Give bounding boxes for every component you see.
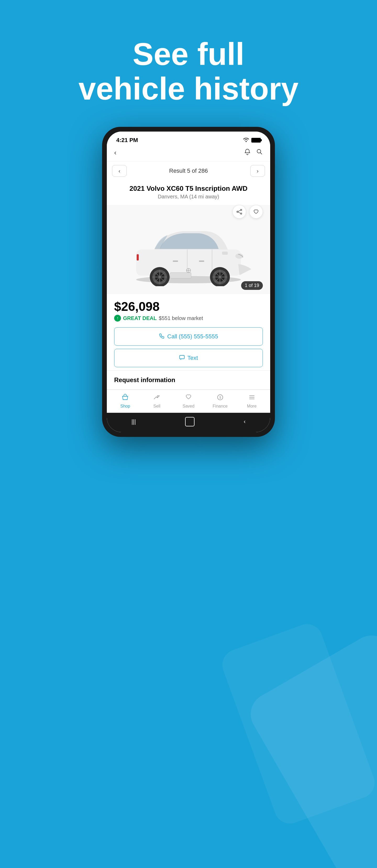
favorite-button[interactable] [249,205,263,219]
svg-rect-15 [170,273,191,278]
image-section: 1 of 19 [107,202,270,294]
recent-apps-button[interactable]: ||| [131,418,136,425]
svg-rect-11 [173,260,178,262]
nav-bar: ‹ [107,146,270,161]
hero-line2: vehicle history [78,71,299,106]
saved-icon [185,394,192,403]
image-actions [233,205,263,219]
svg-text:$: $ [219,396,221,399]
svg-rect-14 [137,254,139,260]
more-icon [248,394,255,403]
svg-line-5 [238,212,240,213]
svg-rect-10 [199,260,204,262]
car-illustration [118,213,259,286]
nav-sell[interactable]: Sell [146,394,167,409]
phone-mockup: 4:21 PM ‹ [102,127,275,437]
phone-frame: 4:21 PM ‹ [102,127,275,437]
svg-line-4 [238,210,240,212]
price-section: $26,098 ↑ GREAT DEAL $551 below market [107,294,270,324]
deal-icon: ↑ [114,315,121,321]
call-button[interactable]: Call (555) 555-5555 [114,327,263,346]
finance-icon: $ [216,394,224,403]
svg-rect-12 [222,252,228,255]
action-buttons: Call (555) 555-5555 Text [107,324,270,370]
nav-actions [244,148,263,157]
vehicle-title-section: 2021 Volvo XC60 T5 Inscription AWD Danve… [107,180,270,202]
notification-icon[interactable] [244,148,251,157]
more-label: More [247,404,256,409]
shop-icon [122,394,129,403]
svg-rect-35 [180,355,184,359]
phone-icon [159,333,165,340]
phone-screen: 4:21 PM ‹ [107,131,270,432]
back-gesture-button[interactable]: ‹ [244,418,246,425]
message-icon [179,354,185,362]
finance-label: Finance [213,404,228,409]
request-section[interactable]: Request information [107,370,270,390]
nav-finance[interactable]: $ Finance [210,394,231,409]
status-icons [243,137,261,143]
text-label: Text [187,354,198,362]
deal-detail: $551 below market [159,315,203,321]
hero-line1: See full [133,36,244,71]
vehicle-price: $26,098 [114,299,263,314]
sell-label: Sell [153,404,161,409]
result-counter: Result 5 of 286 [169,167,208,174]
svg-point-1 [241,209,242,211]
deal-badge: ↑ GREAT DEAL $551 below market [114,315,263,321]
prev-result-button[interactable]: ‹ [112,165,127,177]
battery-icon [251,138,261,143]
home-indicator-bar: ||| ‹ [107,413,270,432]
search-icon[interactable] [256,148,263,157]
deal-label: GREAT DEAL [123,315,157,321]
svg-point-3 [237,211,238,213]
home-button[interactable] [185,417,195,426]
next-result-button[interactable]: › [250,165,265,177]
shop-label: Shop [121,404,130,409]
text-button[interactable]: Text [114,349,263,367]
hero-title: See full vehicle history [53,37,324,106]
result-nav: ‹ Result 5 of 286 › [107,161,270,180]
status-time: 4:21 PM [116,137,138,144]
wifi-icon [243,137,249,143]
svg-point-2 [241,213,242,214]
request-title: Request information [114,376,263,384]
nav-more[interactable]: More [241,394,262,409]
bottom-nav: Shop Sell [107,390,270,413]
nav-shop[interactable]: Shop [115,394,136,409]
status-bar: 4:21 PM [107,131,270,146]
vehicle-location: Danvers, MA (14 mi away) [114,194,263,200]
saved-label: Saved [182,404,194,409]
vehicle-title: 2021 Volvo XC60 T5 Inscription AWD [114,185,263,193]
nav-saved[interactable]: Saved [178,394,199,409]
share-button[interactable] [233,205,246,219]
call-label: Call (555) 555-5555 [167,333,218,340]
back-button[interactable]: ‹ [114,149,116,157]
image-counter: 1 of 19 [241,281,263,290]
sell-icon [153,394,161,403]
